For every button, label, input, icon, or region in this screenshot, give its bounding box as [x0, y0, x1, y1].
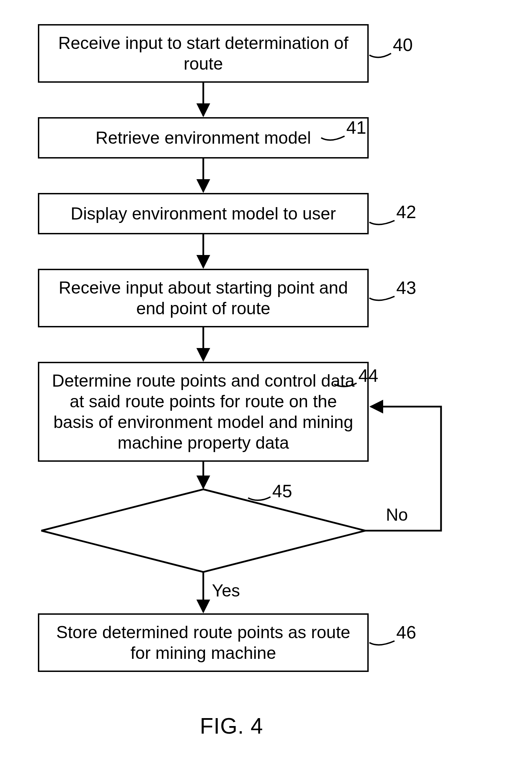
step-retrieve-env-model: Retrieve environment model — [38, 117, 369, 159]
step-store-route: Store determined route points as route f… — [38, 613, 369, 672]
decision-text: End point reached? — [134, 520, 289, 540]
step-text: Store determined route points as route f… — [50, 622, 357, 663]
step-receive-input-start: Receive input to start determination of … — [38, 24, 369, 83]
ref-label-44: 44 — [358, 365, 378, 386]
branch-no-label: No — [386, 505, 408, 525]
figure-caption: FIG. 4 — [200, 713, 263, 739]
branch-yes-label: Yes — [212, 581, 240, 601]
step-display-env-model: Display environment model to user — [38, 193, 369, 234]
ref-label-40: 40 — [393, 34, 413, 55]
step-text: Display environment model to user — [71, 203, 336, 224]
ref-label-43: 43 — [396, 277, 416, 298]
step-determine-route-points: Determine route points and control data … — [38, 362, 369, 462]
hook-40 — [369, 53, 391, 57]
ref-label-46: 46 — [396, 622, 416, 643]
step-text: Receive input about starting point and e… — [50, 277, 357, 319]
hook-43 — [369, 296, 395, 300]
ref-label-45: 45 — [272, 481, 292, 501]
ref-label-41: 41 — [346, 117, 366, 138]
step-text: Receive input to start determination of … — [50, 33, 357, 74]
step-text: Retrieve environment model — [95, 127, 311, 148]
step-text: Determine route points and control data … — [50, 370, 357, 453]
hook-42 — [369, 221, 395, 224]
step-receive-start-end: Receive input about starting point and e… — [38, 269, 369, 327]
ref-label-42: 42 — [396, 202, 416, 222]
hook-46 — [369, 641, 395, 645]
hook-45 — [248, 497, 270, 500]
